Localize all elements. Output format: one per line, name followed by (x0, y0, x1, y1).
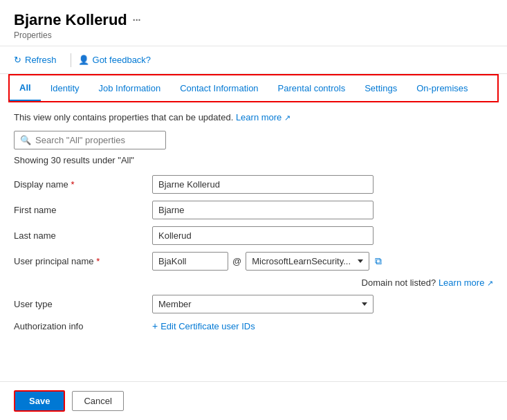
refresh-icon: ↻ (14, 55, 21, 65)
results-text: Showing 30 results under "All" (14, 155, 493, 165)
user-type-value: Member (158, 299, 192, 309)
domain-note: Domain not listed? Learn more ↗ (152, 277, 493, 288)
chevron-down-icon (358, 259, 363, 263)
edit-certificate-link[interactable]: + Edit Certificate user IDs (152, 320, 255, 331)
search-icon: 🔍 (20, 135, 31, 145)
external-link-icon: ↗ (284, 113, 291, 122)
toolbar: ↻ Refresh 👤 Got feedback? (0, 46, 507, 74)
last-name-row: Last name (14, 226, 493, 245)
learn-more-label: Learn more (236, 112, 282, 122)
upn-prefix-input[interactable] (152, 252, 228, 271)
learn-more-link[interactable]: Learn more ↗ (236, 112, 291, 122)
tab-job-information[interactable]: Job Information (89, 75, 171, 101)
search-box[interactable]: 🔍 (14, 131, 166, 149)
first-name-input[interactable] (152, 201, 374, 219)
refresh-label: Refresh (25, 55, 57, 65)
display-name-row: Display name * (14, 175, 493, 194)
tab-parental-controls[interactable]: Parental controls (268, 75, 356, 101)
domain-dropdown[interactable]: MicrosoftLearnSecurity... (246, 252, 369, 271)
page-subtitle: Properties (14, 30, 493, 40)
search-input[interactable] (35, 135, 160, 145)
at-sign: @ (232, 256, 241, 266)
user-type-row: User type Member (14, 295, 493, 313)
cancel-button[interactable]: Cancel (72, 391, 123, 411)
user-type-dropdown[interactable]: Member (152, 295, 374, 313)
refresh-button[interactable]: ↻ Refresh (14, 52, 64, 68)
upn-label: User principal name * (14, 256, 152, 266)
copy-icon[interactable]: ⧉ (375, 255, 382, 267)
display-name-label: Display name * (14, 179, 152, 190)
main-content: This view only contains properties that … (0, 102, 507, 381)
user-name: Bjarne Kollerud (14, 11, 127, 29)
save-button[interactable]: Save (14, 390, 65, 412)
domain-value: MicrosoftLearnSecurity... (252, 256, 351, 266)
tab-identity[interactable]: Identity (41, 75, 89, 101)
edit-certificate-label: Edit Certificate user IDs (160, 321, 255, 331)
footer: Save Cancel (0, 381, 507, 420)
domain-external-icon: ↗ (487, 279, 493, 287)
tab-on-premises[interactable]: On-premises (407, 75, 477, 101)
feedback-button[interactable]: 👤 Got feedback? (78, 52, 158, 68)
header: Bjarne Kollerud ··· Properties (0, 0, 507, 46)
page-title: Bjarne Kollerud ··· (14, 11, 493, 29)
auth-info-label: Authorization info (14, 321, 152, 331)
last-name-label: Last name (14, 230, 152, 241)
domain-learn-more-label: Learn more (439, 277, 484, 288)
tab-all[interactable]: All (10, 75, 41, 101)
toolbar-divider (71, 53, 71, 67)
feedback-label: Got feedback? (93, 55, 151, 65)
tabs-container: All Identity Job Information Contact Inf… (8, 74, 499, 102)
more-options-icon[interactable]: ··· (133, 15, 141, 26)
upn-required-star: * (96, 256, 100, 266)
page-container: Bjarne Kollerud ··· Properties ↻ Refresh… (0, 0, 507, 420)
auth-info-row: Authorization info + Edit Certificate us… (14, 320, 493, 331)
display-name-input[interactable] (152, 175, 374, 194)
info-text: This view only contains properties that … (14, 112, 493, 122)
tab-contact-information[interactable]: Contact Information (170, 75, 268, 101)
plus-icon: + (152, 320, 158, 331)
upn-row: User principal name * @ MicrosoftLearnSe… (14, 252, 493, 271)
feedback-icon: 👤 (78, 55, 89, 65)
required-star: * (71, 179, 74, 190)
user-type-label: User type (14, 299, 152, 309)
first-name-label: First name (14, 205, 152, 215)
tab-settings[interactable]: Settings (355, 75, 407, 101)
info-text-body: This view only contains properties that … (14, 112, 233, 122)
last-name-input[interactable] (152, 226, 374, 245)
upn-fields: @ MicrosoftLearnSecurity... ⧉ (152, 252, 493, 271)
first-name-row: First name (14, 201, 493, 219)
user-type-chevron-icon (362, 302, 367, 306)
domain-learn-more-link[interactable]: Learn more ↗ (439, 277, 493, 288)
